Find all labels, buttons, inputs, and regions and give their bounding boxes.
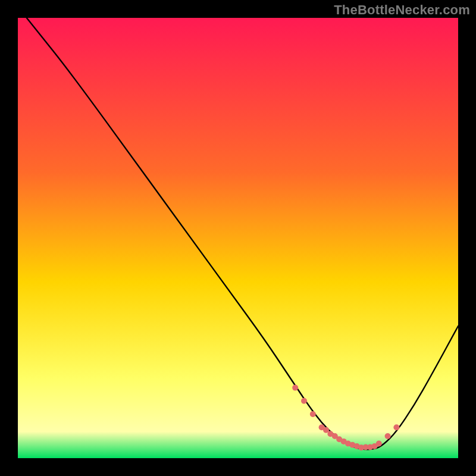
marker-dot bbox=[393, 424, 399, 430]
gradient-background bbox=[18, 18, 458, 458]
attribution-text: TheBottleNecker.com bbox=[334, 2, 470, 18]
chart-svg bbox=[18, 18, 458, 458]
chart-container: TheBottleNecker.com bbox=[0, 0, 476, 476]
marker-dot bbox=[310, 411, 316, 417]
marker-dot bbox=[376, 441, 382, 447]
marker-dot bbox=[323, 427, 329, 433]
plot-area bbox=[18, 18, 458, 458]
marker-dot bbox=[385, 433, 391, 439]
marker-dot bbox=[301, 398, 307, 404]
marker-dot bbox=[292, 385, 298, 391]
